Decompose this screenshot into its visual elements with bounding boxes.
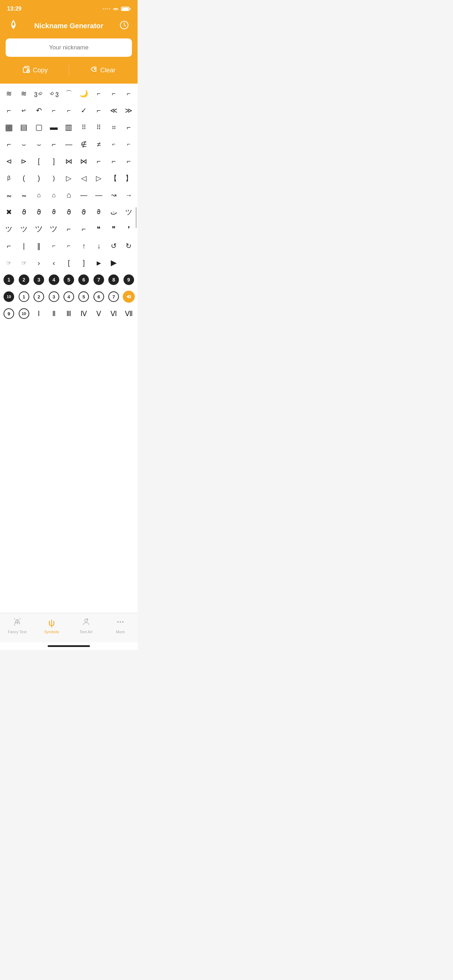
symbol-cell[interactable]: Ⅱ bbox=[46, 305, 61, 322]
symbol-cell[interactable]: ⌂ bbox=[46, 187, 61, 204]
symbol-cell[interactable]: ϑ bbox=[61, 204, 76, 221]
symbol-cell[interactable]: ▷ bbox=[61, 170, 76, 187]
symbol-cell[interactable]: ⌐ bbox=[2, 102, 16, 119]
symbol-cell[interactable]: ⌐ bbox=[61, 237, 76, 255]
symbol-cell[interactable]: 3 bbox=[32, 271, 46, 288]
symbol-cell[interactable]: 1 bbox=[2, 271, 16, 288]
symbol-cell[interactable]: 10 bbox=[2, 288, 16, 305]
symbol-cell[interactable]: ⌐ bbox=[121, 136, 136, 153]
symbol-cell[interactable]: 6 bbox=[76, 271, 91, 288]
symbol-cell[interactable]: 7 bbox=[106, 288, 121, 305]
symbol-cell[interactable]: Ⅳ bbox=[76, 305, 91, 322]
symbol-cell[interactable]: ↑ bbox=[76, 237, 91, 255]
symbol-cell[interactable]: ↵ bbox=[16, 102, 31, 119]
symbol-cell[interactable]: ⌐ bbox=[61, 221, 76, 237]
symbol-cell[interactable]: 2 bbox=[16, 271, 31, 288]
symbol-cell[interactable]: 5 bbox=[61, 271, 76, 288]
symbol-cell[interactable]: ▤ bbox=[16, 119, 31, 136]
symbol-cell[interactable]: ⌐ bbox=[91, 85, 106, 102]
symbol-cell[interactable]: ‹ bbox=[46, 255, 61, 271]
symbol-cell[interactable]: | bbox=[16, 237, 31, 255]
history-icon[interactable] bbox=[118, 21, 130, 32]
backspace-button[interactable] bbox=[121, 288, 136, 305]
nickname-input[interactable] bbox=[6, 38, 132, 57]
symbol-cell[interactable]: ⋈ bbox=[61, 153, 76, 170]
symbol-cell[interactable]: ≋ bbox=[2, 85, 16, 102]
symbol-cell[interactable]: 9 bbox=[2, 305, 16, 322]
symbol-cell[interactable]: 🌙 bbox=[76, 85, 91, 102]
symbol-cell[interactable]: ϑ bbox=[16, 204, 31, 221]
symbol-cell[interactable]: Ⅰ bbox=[32, 305, 46, 322]
symbol-cell[interactable]: ⠿ bbox=[76, 119, 91, 136]
nav-text-art[interactable]: Text Art bbox=[69, 616, 103, 635]
symbol-cell[interactable]: ⌐ bbox=[46, 136, 61, 153]
symbol-cell[interactable]: ▶ bbox=[91, 255, 106, 271]
nav-fancy-text[interactable]: Fancy Text bbox=[0, 616, 35, 635]
symbol-cell[interactable]: ↻ bbox=[121, 237, 136, 255]
symbol-cell[interactable]: ≋ bbox=[16, 85, 31, 102]
symbol-cell[interactable]: ⌣ bbox=[32, 136, 46, 153]
symbol-cell[interactable]: ↶ bbox=[32, 102, 46, 119]
symbol-cell[interactable]: ツ bbox=[2, 221, 16, 237]
symbol-cell[interactable]: ⌐ bbox=[106, 85, 121, 102]
symbol-cell[interactable]: ⌐ bbox=[2, 136, 16, 153]
symbol-cell[interactable]: ⌐ bbox=[2, 237, 16, 255]
symbol-cell[interactable]: 4 bbox=[61, 288, 76, 305]
nav-more[interactable]: More bbox=[103, 616, 138, 635]
symbol-cell[interactable]: ვ꩜ bbox=[32, 85, 46, 102]
symbol-cell[interactable]: ϑ bbox=[91, 204, 106, 221]
symbol-cell[interactable]: ⋈ bbox=[76, 153, 91, 170]
symbol-cell[interactable]: ⌗ bbox=[106, 119, 121, 136]
symbol-cell[interactable]: ⌐ bbox=[121, 85, 136, 102]
symbol-cell[interactable]: ツ bbox=[32, 221, 46, 237]
symbol-cell[interactable]: [ bbox=[61, 255, 76, 271]
symbol-cell[interactable]: 𝆗 bbox=[16, 187, 31, 204]
symbol-cell[interactable]: ツ bbox=[16, 221, 31, 237]
symbol-cell[interactable]: ▢ bbox=[32, 119, 46, 136]
symbol-cell[interactable]: ] bbox=[46, 153, 61, 170]
symbol-cell[interactable]: ꩜ვ bbox=[46, 85, 61, 102]
symbol-cell[interactable]: 5 bbox=[76, 288, 91, 305]
symbol-cell[interactable]: ↓ bbox=[91, 237, 106, 255]
symbol-cell[interactable]: ⌣ bbox=[16, 136, 31, 153]
symbol-cell[interactable]: [ bbox=[32, 153, 46, 170]
symbol-cell[interactable]: 】 bbox=[121, 170, 136, 187]
symbol-cell[interactable]: 10 bbox=[16, 305, 31, 322]
symbol-cell[interactable]: Ⅶ bbox=[121, 305, 136, 322]
symbol-cell[interactable]: ت bbox=[106, 204, 121, 221]
symbol-cell[interactable]: ⌐ bbox=[91, 102, 106, 119]
symbol-cell[interactable]: 【 bbox=[106, 170, 121, 187]
symbol-cell[interactable]: ) bbox=[32, 170, 46, 187]
fire-icon[interactable] bbox=[7, 19, 20, 33]
symbol-cell[interactable]: ❞ bbox=[106, 221, 121, 237]
symbol-cell[interactable]: ⌐ bbox=[121, 153, 136, 170]
symbol-cell[interactable]: ↺ bbox=[106, 237, 121, 255]
symbol-cell[interactable]: ⌂ bbox=[32, 187, 46, 204]
symbol-cell[interactable]: Ⅴ bbox=[91, 305, 106, 322]
symbol-cell[interactable]: ⌐ bbox=[76, 221, 91, 237]
symbol-cell[interactable]: ↝ bbox=[106, 187, 121, 204]
copy-button[interactable]: Copy bbox=[6, 62, 65, 78]
symbol-cell[interactable]: ] bbox=[76, 255, 91, 271]
symbol-cell[interactable]: ⌐ bbox=[121, 119, 136, 136]
symbol-cell[interactable]: › bbox=[32, 255, 46, 271]
symbol-cell[interactable]: 2 bbox=[32, 288, 46, 305]
symbol-cell[interactable]: 9 bbox=[121, 271, 136, 288]
symbol-cell[interactable]: — bbox=[91, 187, 106, 204]
symbol-cell[interactable]: ❜ bbox=[121, 221, 136, 237]
symbol-cell[interactable]: ▬ bbox=[46, 119, 61, 136]
symbol-cell[interactable]: ▦ bbox=[2, 119, 16, 136]
symbol-cell[interactable]: ⌐ bbox=[91, 153, 106, 170]
symbol-cell[interactable]: ☞ bbox=[2, 255, 16, 271]
symbol-cell[interactable]: ✖ bbox=[2, 204, 16, 221]
symbol-cell[interactable]: ⠿ bbox=[91, 119, 106, 136]
clear-button[interactable]: Clear bbox=[73, 62, 132, 78]
symbol-cell[interactable]: 𝆗 bbox=[2, 187, 16, 204]
symbol-cell[interactable]: ) bbox=[46, 170, 61, 187]
symbol-cell[interactable]: Ⅲ bbox=[61, 305, 76, 322]
symbol-cell[interactable]: ツ bbox=[46, 221, 61, 237]
symbol-cell[interactable]: ≫ bbox=[121, 102, 136, 119]
symbol-cell[interactable]: 6 bbox=[91, 288, 106, 305]
symbol-cell[interactable]: 3 bbox=[46, 288, 61, 305]
symbol-cell[interactable]: ⊲ bbox=[2, 153, 16, 170]
